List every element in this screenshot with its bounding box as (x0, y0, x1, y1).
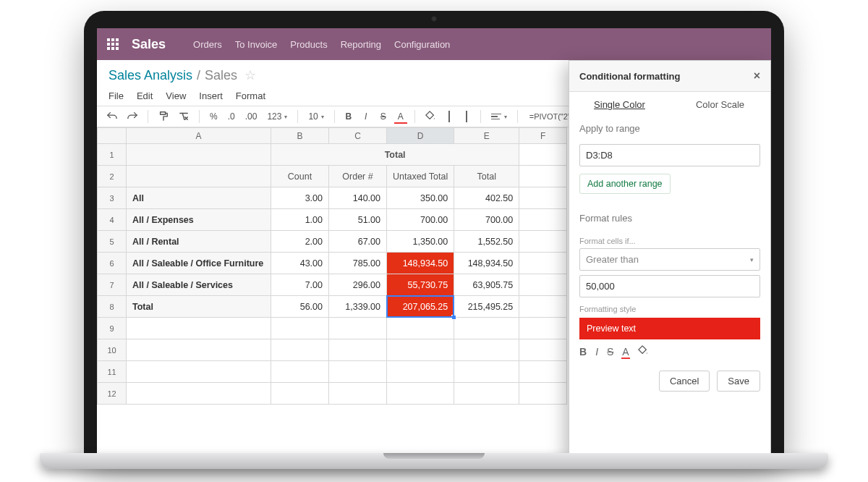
data-cell[interactable]: 67.00 (329, 231, 387, 253)
number-format-select[interactable]: 123 (264, 110, 290, 123)
row-header[interactable]: 12 (98, 383, 127, 405)
cell[interactable] (387, 383, 454, 405)
row-header[interactable]: 8 (98, 296, 127, 318)
font-size-select[interactable]: 10 (305, 110, 326, 123)
data-cell[interactable]: 43.00 (271, 253, 329, 274)
cell[interactable] (519, 296, 567, 318)
pivot-column-header[interactable]: Order # (329, 166, 387, 187)
selection-handle[interactable] (451, 315, 456, 320)
cancel-button[interactable]: Cancel (659, 371, 710, 392)
cell[interactable] (329, 361, 387, 383)
cell[interactable] (127, 166, 271, 187)
menu-edit[interactable]: Edit (137, 90, 153, 101)
data-cell[interactable]: 207,065.25 (387, 296, 454, 318)
clear-format-icon[interactable] (176, 109, 192, 124)
cell[interactable] (329, 318, 387, 339)
pivot-total-header[interactable]: Total (271, 144, 519, 166)
save-button[interactable]: Save (717, 371, 760, 392)
decrease-decimal[interactable]: .0 (225, 110, 238, 123)
merge-cells-icon[interactable] (460, 110, 473, 123)
cell[interactable] (454, 383, 519, 405)
column-header[interactable] (98, 128, 127, 144)
redo-icon[interactable] (124, 109, 140, 124)
data-cell[interactable]: 1,339.00 (329, 296, 387, 318)
cell[interactable] (127, 383, 271, 405)
cell[interactable] (519, 383, 567, 405)
data-cell[interactable]: 1,350.00 (387, 231, 454, 253)
row-header[interactable]: 9 (98, 318, 127, 339)
row-header[interactable]: 3 (98, 187, 127, 209)
data-cell[interactable]: 700.00 (454, 209, 519, 231)
row-header[interactable]: 1 (98, 144, 127, 166)
row-header[interactable]: 10 (98, 339, 127, 361)
data-cell[interactable]: 55,730.75 (387, 274, 454, 296)
cell[interactable] (329, 339, 387, 361)
data-cell[interactable]: 7.00 (271, 274, 329, 296)
cell[interactable] (127, 361, 271, 383)
data-cell[interactable]: 1.00 (271, 209, 329, 231)
cell[interactable] (454, 339, 519, 361)
data-cell[interactable]: 51.00 (329, 209, 387, 231)
nav-configuration[interactable]: Configuration (394, 39, 450, 50)
cell[interactable] (127, 339, 271, 361)
strikethrough-button[interactable]: S (377, 110, 390, 123)
paint-format-icon[interactable] (156, 109, 171, 124)
range-input[interactable] (579, 144, 760, 166)
favorite-star-icon[interactable]: ☆ (244, 67, 256, 83)
style-strike-button[interactable]: S (607, 346, 613, 358)
cell[interactable] (271, 318, 329, 339)
row-header[interactable]: 6 (98, 253, 127, 274)
data-cell[interactable]: 1,552.50 (454, 231, 519, 253)
data-cell[interactable]: 2.00 (271, 231, 329, 253)
cell[interactable] (519, 166, 567, 187)
cell[interactable] (454, 318, 519, 339)
bold-button[interactable]: B (342, 110, 355, 123)
pivot-column-header[interactable]: Total (454, 166, 519, 187)
text-color-button[interactable]: A (394, 110, 407, 123)
nav-orders[interactable]: Orders (193, 39, 222, 50)
row-label[interactable]: All / Rental (127, 231, 271, 253)
cell[interactable] (519, 274, 567, 296)
pivot-column-header[interactable]: Untaxed Total (387, 166, 454, 187)
row-label[interactable]: All / Saleable / Services (127, 274, 271, 296)
italic-button[interactable]: I (359, 110, 373, 123)
column-header[interactable]: B (271, 128, 329, 144)
data-cell[interactable]: 700.00 (387, 209, 454, 231)
data-cell[interactable]: 350.00 (387, 187, 454, 209)
data-cell[interactable]: 56.00 (271, 296, 329, 318)
apps-icon[interactable] (107, 38, 119, 50)
row-header[interactable]: 7 (98, 274, 127, 296)
row-label[interactable]: All / Expenses (127, 209, 271, 231)
column-header[interactable]: E (454, 128, 519, 144)
style-fillcolor-icon[interactable] (638, 345, 648, 358)
nav-reporting[interactable]: Reporting (341, 39, 381, 50)
horizontal-align-icon[interactable] (488, 112, 510, 122)
data-cell[interactable]: 148,934.50 (454, 253, 519, 274)
app-brand[interactable]: Sales (132, 37, 166, 52)
cell[interactable] (387, 361, 454, 383)
cell[interactable] (271, 361, 329, 383)
data-cell[interactable]: 148,934.50 (387, 253, 454, 274)
cell[interactable] (519, 231, 567, 253)
borders-icon[interactable] (443, 110, 456, 123)
increase-decimal[interactable]: .00 (242, 110, 260, 123)
tab-color-scale[interactable]: Color Scale (670, 99, 770, 110)
menu-format[interactable]: Format (236, 90, 265, 101)
fill-color-icon[interactable] (422, 109, 438, 124)
cell[interactable] (519, 318, 567, 339)
data-cell[interactable]: 140.00 (329, 187, 387, 209)
tab-single-color[interactable]: Single Color (569, 99, 670, 110)
data-cell[interactable]: 785.00 (329, 253, 387, 274)
nav-products[interactable]: Products (290, 39, 327, 50)
breadcrumb-root[interactable]: Sales Analysis (109, 68, 192, 83)
data-cell[interactable]: 3.00 (271, 187, 329, 209)
column-header[interactable]: C (329, 128, 387, 144)
data-cell[interactable]: 63,905.75 (454, 274, 519, 296)
cell[interactable] (519, 144, 567, 166)
row-header[interactable]: 4 (98, 209, 127, 231)
style-italic-button[interactable]: I (595, 346, 598, 358)
row-header[interactable]: 2 (98, 166, 127, 187)
cell[interactable] (519, 187, 567, 209)
data-cell[interactable]: 215,495.25 (454, 296, 519, 318)
row-label[interactable]: All / Saleable / Office Furniture (127, 253, 271, 274)
